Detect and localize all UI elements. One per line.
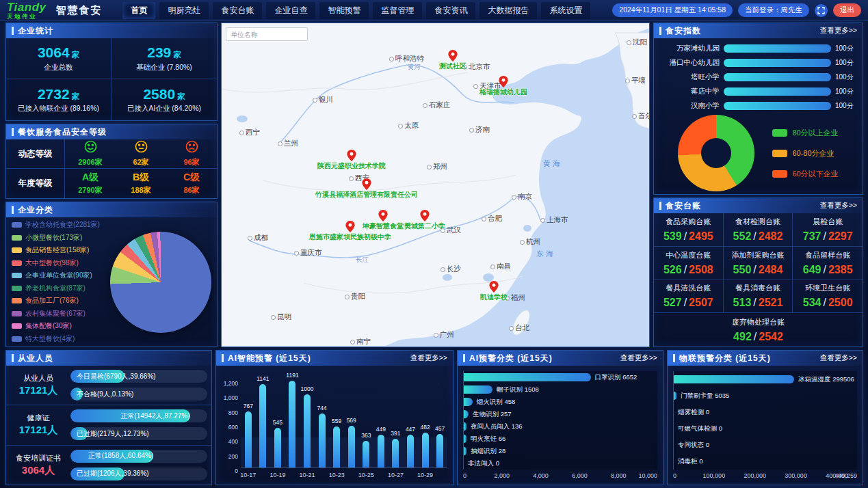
legend-label: 60-80分企业 <box>792 148 834 159</box>
panel-header: 食安指数 查看更多>> <box>654 23 863 38</box>
bar <box>259 384 266 467</box>
bar-column: 1191 <box>289 381 295 467</box>
level-count: 96家 <box>183 157 199 167</box>
city-dot <box>389 57 394 62</box>
x-axis-tick: 8,000 <box>611 472 627 479</box>
city-dot <box>627 40 631 45</box>
bar-value-label: 1141 <box>257 375 269 382</box>
x-axis-tick: 200,000 <box>744 472 766 479</box>
nav-item-智能预警[interactable]: 智能预警 <box>319 2 369 19</box>
panel-header: AI智能预警 (近15天) 查看更多>> <box>216 351 453 366</box>
nav-item-监督管理[interactable]: 监督管理 <box>373 2 422 19</box>
index-name: 万家滩幼儿园 <box>657 44 720 53</box>
enterprise-category-panel: 企业分类 学校含幼托食堂(2281家)小微型餐饮(173家)食品销售经营(158… <box>5 202 218 347</box>
view-more-link[interactable]: 查看更多>> <box>620 353 657 363</box>
ledger-cell: 中心温度台账526/2508 <box>654 247 724 280</box>
progress-text: 正常(14942人,87.27%) <box>70 409 197 422</box>
legend-item[interactable]: 大中型餐饮(98家) <box>12 258 110 268</box>
nav-item-系统设置[interactable]: 系统设置 <box>541 2 590 19</box>
nav-item-企业自查[interactable]: 企业自查 <box>266 2 315 19</box>
legend-swatch <box>12 235 22 241</box>
bar <box>464 410 469 418</box>
map-marker[interactable]: 樊城第二小学 <box>420 210 430 224</box>
personnel-count: 17121人 <box>19 384 58 397</box>
index-fill <box>724 87 831 96</box>
bar-label: 口罩识别 6652 <box>595 373 637 382</box>
nav-item-明厨亮灶[interactable]: 明厨亮灶 <box>159 2 209 19</box>
ledger-values: 527/2507 <box>663 297 713 309</box>
bar-row: 帽子识别 1508 <box>464 385 657 394</box>
legend-item[interactable]: 农村集体聚餐(67家) <box>12 309 110 318</box>
view-more-link[interactable]: 查看更多>> <box>820 201 857 211</box>
fullscreen-button[interactable] <box>815 4 828 17</box>
panel-header: AI预警分类 (近15天) 查看更多>> <box>458 351 663 366</box>
marker-label: 坤豪智慧食堂 <box>363 221 404 231</box>
nav-item-食安台账[interactable]: 食安台账 <box>213 2 262 19</box>
unit-search-input[interactable] <box>226 27 308 41</box>
nav-item-首页[interactable]: 首页 <box>122 2 155 19</box>
bar-value-label: 559 <box>332 418 341 424</box>
legend-item[interactable]: 集体配餐(30家) <box>12 321 110 331</box>
marker-label: 凯迪学校 <box>480 293 508 302</box>
ai-warning-panel: AI智能预警 (近15天) 查看更多>> 76710-17114154510-1… <box>215 350 453 485</box>
panel-header: 食安台账 查看更多>> <box>654 198 863 213</box>
safety-index-bars: 万家滩幼儿园100分潘口中心幼儿园100分塔旺小学100分蒋店中学100分汉南小… <box>654 38 863 112</box>
ledger-label: 添加剂采购台账 <box>731 250 784 260</box>
index-row: 潘口中心幼儿园100分 <box>657 58 857 68</box>
city-label: 广州 <box>434 330 454 340</box>
city-label: 昆明 <box>271 312 291 322</box>
pin-icon <box>345 221 355 232</box>
dashboard-app: Tiandy 天地伟业 智慧食安 首页明厨亮灶食安台账企业自查智能预警监督管理食… <box>0 0 868 488</box>
x-axis-label: 10-17 <box>240 472 256 478</box>
panel-title: 食安台账 <box>666 200 701 212</box>
bar-label: 明火烹饪 66 <box>471 435 505 444</box>
bar <box>464 398 473 406</box>
bar <box>464 422 466 431</box>
map-marker[interactable]: 陕西元盛职业技术学院 <box>347 150 356 164</box>
nav-right: 2024年11月01日 星期五 14:05:58 当前登录：周先生 退出 <box>612 3 861 17</box>
bar-value-label: 482 <box>420 424 430 431</box>
nav-item-大数据报告[interactable]: 大数据报告 <box>479 2 537 19</box>
bar-column: 457 <box>436 434 443 467</box>
legend-item[interactable]: 企事业单位食堂(90家) <box>12 271 110 280</box>
map-base-svg <box>222 23 650 346</box>
legend-item[interactable]: 食品加工厂(76家) <box>12 296 110 306</box>
legend-item[interactable]: 小微型餐饮(173家) <box>12 233 110 243</box>
view-more-link[interactable]: 查看更多>> <box>820 353 857 363</box>
map-marker[interactable]: 竹溪县福泽酒店管理有限责任公司 <box>362 178 371 193</box>
index-fill <box>724 73 831 81</box>
view-more-link[interactable]: 查看更多>> <box>410 353 447 363</box>
view-more-link[interactable]: 查看更多>> <box>820 26 857 36</box>
logout-button[interactable]: 退出 <box>833 3 861 17</box>
ledger-values: 550/2484 <box>733 264 783 276</box>
map-marker[interactable]: 恩施市盛家坝民族初级中学 <box>345 221 355 235</box>
bar-plot: 76710-17114154510-191191100010-217445591… <box>241 377 447 468</box>
legend-item[interactable]: 养老机构食堂(87家) <box>12 284 110 293</box>
donut-legend-item[interactable]: 80分以上企业 <box>772 128 838 138</box>
map-marker[interactable]: 凯迪学校 <box>489 281 499 295</box>
panel-title: AI智能预警 (近15天) <box>228 353 311 364</box>
enterprise-stats-panel: 企业统计 3064家企业总数239家基础企业 (7.80%)2732家已接入物联… <box>5 23 218 121</box>
donut-legend-item[interactable]: 60-80分企业 <box>772 148 838 159</box>
y-axis-label: 0 <box>219 467 238 474</box>
map-marker[interactable]: 测试社区 <box>448 50 458 64</box>
legend-item[interactable]: 学校含幼托食堂(2281家) <box>12 220 110 230</box>
donut-legend-item[interactable]: 60分以下企业 <box>772 169 838 179</box>
bar-value-label: 391 <box>391 430 400 437</box>
legend-item[interactable]: 特大型餐饮(4家) <box>12 334 110 344</box>
index-score: 100分 <box>835 58 857 68</box>
ai-warning-bar-chart: 76710-17114154510-191191100010-217445591… <box>216 366 453 485</box>
map-marker[interactable]: 格瑞德城幼儿园 <box>499 76 508 90</box>
personnel-rows: 从业人员17121人今日晨检(6790人,39.66%)不合格(9人,0.13%… <box>6 366 211 485</box>
map-canvas: 黄海东海黄河长江呼和浩特北京市天津市沈阳平壤首尔石家庄太原济南银川西宁兰州郑州西… <box>222 23 649 347</box>
city-dot <box>490 265 495 269</box>
level-count: 62家 <box>133 157 148 167</box>
ledger-grid: 食品采购台账539/2495食材检测台账552/2482晨检台账737/2297… <box>654 213 863 347</box>
ledger-label: 环境卫生台账 <box>805 283 850 293</box>
nav-item-食安资讯[interactable]: 食安资讯 <box>426 2 475 19</box>
city-label: 长沙 <box>440 265 461 274</box>
legend-item[interactable]: 食品销售经营(158家) <box>12 245 110 255</box>
bar-row: 夜间人员闯入 136 <box>464 422 657 431</box>
map-marker[interactable]: 坤豪智慧食堂 <box>378 210 388 224</box>
stat-value: 3064家 <box>38 44 79 60</box>
